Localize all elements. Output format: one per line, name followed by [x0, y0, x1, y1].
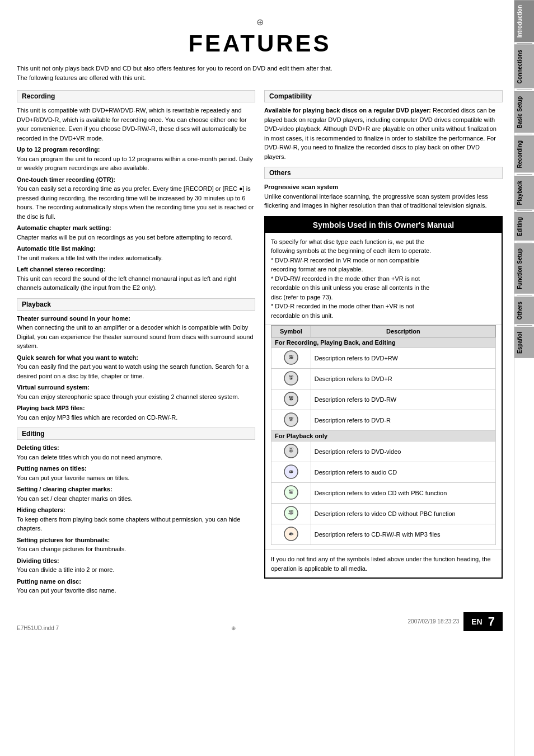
recording-content: This unit is compatible with DVD+RW/DVD-… — [17, 106, 255, 293]
svg-text:VCD: VCD — [289, 510, 294, 513]
svg-text:DVD: DVD — [289, 396, 294, 398]
editing-sub1-text: You can delete titles which you do not n… — [17, 454, 162, 461]
footer-center-symbol: ⊕ — [231, 625, 236, 631]
others-heading: Others — [264, 167, 503, 179]
editing-sub6-label: Dividing titles: — [17, 557, 59, 564]
compatibility-content: Available for playing back discs on a re… — [264, 106, 503, 161]
svg-text:DVD: DVD — [289, 375, 294, 378]
table-row: DVD -RW Description refers to DVD-RW — [271, 389, 496, 410]
vcd-pbc-desc: Description refers to video CD with PBC … — [311, 483, 495, 504]
editing-sub5-label: Setting pictures for thumbnails: — [17, 537, 110, 543]
page-number: 7 — [488, 614, 495, 629]
sidebar-divider-7 — [517, 295, 532, 295]
symbol-col-header: Symbol — [271, 326, 311, 337]
page-number-box: EN 7 — [463, 612, 503, 631]
recording-sub2-text: You can easily set a recording time as y… — [17, 185, 254, 220]
editing-sub3-text: You can set / clear chapter marks on tit… — [17, 495, 133, 502]
editing-sub5-text: You can change pictures for thumbnails. — [17, 546, 126, 552]
svg-text:DVD: DVD — [289, 416, 294, 419]
recording-sub4-text: The unit makes a title list with the ind… — [17, 255, 163, 261]
sidebar-divider-6 — [517, 242, 532, 242]
recording-sub1-label: Up to 12 program recording: — [17, 146, 100, 153]
recording-sub1-text: You can program the unit to record up to… — [17, 156, 253, 172]
sidebar-tab-introduction[interactable]: Introduction — [514, 0, 535, 42]
playback-heading: Playback — [17, 298, 255, 311]
intro-text: This unit not only plays back DVD and CD… — [17, 64, 503, 82]
editing-sub2-label: Putting names on titles: — [17, 465, 87, 472]
sidebar-tab-playback[interactable]: Playback — [514, 176, 535, 209]
desc-col-header: Description — [311, 326, 495, 337]
svg-text:no PBC: no PBC — [288, 513, 294, 515]
vcd-pbc-icon: VCD PBC — [283, 495, 299, 501]
symbols-intro: To specify for what disc type each funct… — [265, 233, 502, 326]
recording-sub4-label: Automatic title list making: — [17, 245, 96, 252]
playback-sub2-text: You can easily find the part you want to… — [17, 363, 249, 379]
page-footer: E7H51UD.indd 7 ⊕ 2007/02/19 18:23:23 EN … — [17, 612, 503, 631]
svg-text:+R: +R — [290, 378, 293, 380]
mp3-desc: Description refers to CD-RW/-R with MP3 … — [311, 524, 495, 545]
for-recording-header: For Recording, Playing Back, and Editing — [271, 337, 496, 348]
playback-sub3-text: You can enjoy stereophonic space through… — [17, 393, 240, 400]
editing-sub4-text: To keep others from playing back some ch… — [17, 516, 240, 532]
sidebar-divider-5 — [517, 210, 532, 211]
table-row: CD Description refers to audio CD — [271, 462, 496, 483]
recording-sub5-label: Left channel stereo recording: — [17, 266, 105, 273]
editing-sub7-text: You can put your favorite disc name. — [17, 587, 116, 594]
svg-text:video: video — [289, 450, 293, 452]
dvd-plus-rw-desc: Description refers to DVD+RW — [311, 348, 495, 369]
table-row: DVD -R Description refers to DVD-R — [271, 410, 496, 431]
svg-text:MP3: MP3 — [289, 533, 294, 536]
recording-sub5-text: This unit can record the sound of the le… — [17, 275, 236, 292]
sidebar-tab-espanol[interactable]: Español — [514, 327, 535, 358]
svg-text:DVD: DVD — [289, 354, 294, 357]
dvd-plus-r-icon: DVD +R — [283, 381, 299, 387]
sidebar-tab-function-setup[interactable]: Function Setup — [514, 243, 535, 294]
editing-content: Deleting titles: You can delete titles w… — [17, 443, 255, 595]
main-content: ⊕ FEATURES This unit not only plays back… — [0, 0, 514, 756]
dvd-plus-rw-icon: DVD +RW — [283, 360, 299, 367]
playback-sub2-label: Quick search for what you want to watch: — [17, 354, 138, 361]
symbols-table: Symbol Description For Recording, Playin… — [271, 325, 496, 545]
playback-sub1-label: Theater surround sound in your home: — [17, 315, 130, 322]
others-sub1-label: Progressive scan system — [264, 184, 338, 190]
dvd-video-desc: Description refers to DVD-video — [311, 442, 495, 462]
page-title: FEATURES — [17, 30, 503, 57]
table-row: VCD no PBC Description refers to video C… — [271, 504, 496, 524]
sidebar-divider-4 — [517, 174, 532, 175]
svg-text:+RW: +RW — [289, 357, 294, 359]
dvd-plus-r-desc: Description refers to DVD+R — [311, 369, 495, 389]
dvd-minus-rw-icon: DVD -RW — [283, 401, 299, 408]
playback-sub1-text: When connecting the unit to an amplifier… — [17, 324, 254, 349]
top-decoration: ⊕ — [17, 17, 503, 27]
recording-heading: Recording — [17, 90, 255, 102]
table-row: DVD +RW Description refers to DVD+RW — [271, 348, 496, 369]
editing-sub7-label: Putting name on disc: — [17, 578, 81, 585]
sidebar-tab-recording[interactable]: Recording — [514, 135, 535, 172]
table-row: MP3 Description refers to CD-RW/-R with … — [271, 524, 496, 545]
svg-text:-R: -R — [290, 419, 292, 421]
vcd-no-pbc-desc: Description refers to video CD without P… — [311, 504, 495, 524]
mp3-icon: MP3 — [283, 536, 299, 543]
sidebar-divider-8 — [517, 325, 532, 326]
for-playback-header: For Playback only — [271, 431, 496, 442]
sidebar-tab-others[interactable]: Others — [514, 297, 535, 324]
sidebar-tab-basic-setup[interactable]: Basic Setup — [514, 91, 535, 133]
footer-left: E7H51UD.indd 7 — [17, 625, 59, 631]
page-en-label: EN — [471, 617, 482, 626]
cd-desc: Description refers to audio CD — [311, 462, 495, 483]
dvd-video-icon: DVD video — [283, 453, 299, 460]
table-row: DVD +R Description refers to DVD+R — [271, 369, 496, 389]
symbols-note: If you do not find any of the symbols li… — [265, 550, 502, 577]
table-row: DVD video Description refers to DVD-vide… — [271, 442, 496, 462]
sidebar-divider-1 — [517, 43, 532, 44]
playback-sub4-label: Playing back MP3 files: — [17, 405, 85, 411]
compat-bold-intro: Available for playing back discs on a re… — [264, 107, 431, 114]
svg-text:-RW: -RW — [289, 398, 293, 401]
editing-heading: Editing — [17, 428, 255, 440]
editing-sub1-label: Deleting titles: — [17, 444, 59, 451]
editing-sub3-label: Setting / clearing chapter marks: — [17, 486, 113, 492]
editing-sub6-text: You can divide a title into 2 or more. — [17, 566, 114, 573]
sidebar-tab-connections[interactable]: Connections — [514, 45, 535, 88]
sidebar-tab-editing[interactable]: Editing — [514, 212, 535, 241]
right-column: Compatibility Available for playing back… — [264, 90, 503, 601]
